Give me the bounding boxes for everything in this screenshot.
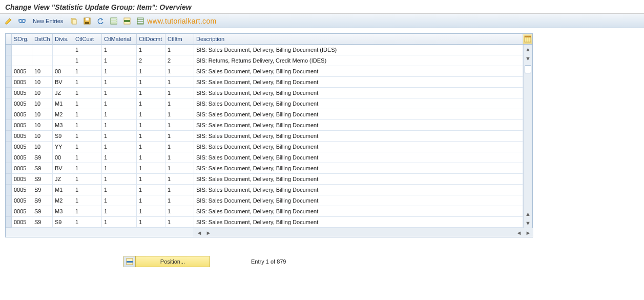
- cell-ctlitm[interactable]: 1: [165, 77, 194, 88]
- cell-description[interactable]: SIS: Sales Document, Delivery, Billing D…: [194, 120, 523, 131]
- cell-ctlcust[interactable]: 1: [73, 195, 102, 206]
- cell-dstch[interactable]: S9: [32, 195, 53, 206]
- cell-ctlcust[interactable]: 1: [73, 55, 102, 66]
- row-select-header[interactable]: [6, 34, 12, 45]
- cell-sorg[interactable]: 0005: [12, 152, 32, 163]
- cell-ctldocmt[interactable]: 1: [137, 185, 165, 195]
- cell-description[interactable]: SIS: Sales Document, Delivery, Billing D…: [194, 88, 523, 98]
- cell-ctlmaterial[interactable]: 1: [102, 109, 137, 120]
- cell-ctlmaterial[interactable]: 1: [102, 120, 137, 131]
- cell-divis[interactable]: M2: [53, 109, 73, 120]
- cell-ctlitm[interactable]: 1: [165, 45, 194, 55]
- new-entries-button[interactable]: New Entries: [30, 18, 66, 24]
- scroll-right-icon[interactable]: ►: [524, 229, 532, 236]
- cell-ctldocmt[interactable]: 1: [137, 88, 165, 98]
- cell-ctlmaterial[interactable]: 1: [102, 217, 137, 228]
- row-selector[interactable]: [6, 109, 12, 120]
- toggle-display-change-icon[interactable]: [3, 15, 14, 27]
- cell-dstch[interactable]: S9: [32, 206, 53, 217]
- cell-description[interactable]: SIS: Sales Document, Delivery, Billing D…: [194, 195, 523, 206]
- cell-ctlmaterial[interactable]: 1: [102, 55, 137, 66]
- cell-sorg[interactable]: 0005: [12, 163, 32, 174]
- cell-ctlmaterial[interactable]: 1: [102, 185, 137, 195]
- col-header-description[interactable]: Description: [194, 34, 523, 45]
- cell-divis[interactable]: [53, 45, 73, 55]
- cell-ctlitm[interactable]: 1: [165, 152, 194, 163]
- cell-dstch[interactable]: 10: [32, 142, 53, 152]
- cell-divis[interactable]: M3: [53, 206, 73, 217]
- cell-ctlcust[interactable]: 1: [73, 174, 102, 185]
- col-header-ctlcust[interactable]: CtlCust: [73, 34, 102, 45]
- cell-dstch[interactable]: 10: [32, 77, 53, 88]
- cell-ctlcust[interactable]: 1: [73, 45, 102, 55]
- cell-dstch[interactable]: [32, 45, 53, 55]
- select-block-icon[interactable]: [121, 15, 133, 27]
- cell-ctlmaterial[interactable]: 1: [102, 174, 137, 185]
- cell-divis[interactable]: S9: [53, 131, 73, 142]
- cell-sorg[interactable]: 0005: [12, 206, 32, 217]
- cell-ctlitm[interactable]: 1: [165, 131, 194, 142]
- cell-ctldocmt[interactable]: 2: [137, 55, 165, 66]
- cell-divis[interactable]: M3: [53, 120, 73, 131]
- cell-dstch[interactable]: S9: [32, 152, 53, 163]
- cell-dstch[interactable]: 10: [32, 109, 53, 120]
- cell-ctlitm[interactable]: 1: [165, 120, 194, 131]
- cell-dstch[interactable]: S9: [32, 163, 53, 174]
- cell-ctlcust[interactable]: 1: [73, 109, 102, 120]
- cell-sorg[interactable]: 0005: [12, 98, 32, 109]
- table-settings-icon[interactable]: [523, 34, 532, 45]
- cell-dstch[interactable]: 10: [32, 120, 53, 131]
- row-selector[interactable]: [6, 120, 12, 131]
- col-header-divis[interactable]: Divis.: [53, 34, 73, 45]
- row-selector[interactable]: [6, 174, 12, 185]
- row-selector[interactable]: [6, 55, 12, 66]
- cell-ctldocmt[interactable]: 1: [137, 163, 165, 174]
- cell-ctldocmt[interactable]: 1: [137, 206, 165, 217]
- cell-ctlmaterial[interactable]: 1: [102, 45, 137, 55]
- position-button[interactable]: Position...: [123, 256, 210, 267]
- cell-divis[interactable]: JZ: [53, 88, 73, 98]
- cell-divis[interactable]: [53, 55, 73, 66]
- scroll-right-icon[interactable]: ►: [204, 229, 213, 236]
- scroll-left-icon[interactable]: ◄: [195, 229, 203, 236]
- cell-ctldocmt[interactable]: 1: [137, 152, 165, 163]
- cell-divis[interactable]: M1: [53, 98, 73, 109]
- other-view-icon[interactable]: [16, 15, 28, 27]
- cell-ctlmaterial[interactable]: 1: [102, 206, 137, 217]
- scroll-down-icon[interactable]: ▼: [524, 218, 532, 228]
- row-selector[interactable]: [6, 77, 12, 88]
- cell-ctlitm[interactable]: 1: [165, 174, 194, 185]
- cell-divis[interactable]: BV: [53, 77, 73, 88]
- cell-ctlmaterial[interactable]: 1: [102, 66, 137, 77]
- cell-description[interactable]: SIS: Sales Document, Delivery, Billing D…: [194, 66, 523, 77]
- cell-sorg[interactable]: 0005: [12, 77, 32, 88]
- cell-ctlmaterial[interactable]: 1: [102, 195, 137, 206]
- cell-ctlcust[interactable]: 1: [73, 77, 102, 88]
- cell-description[interactable]: SIS: Sales Document, Delivery, Billing D…: [194, 206, 523, 217]
- cell-ctlitm[interactable]: 1: [165, 185, 194, 195]
- select-all-icon[interactable]: [108, 15, 119, 27]
- cell-ctlcust[interactable]: 1: [73, 120, 102, 131]
- cell-ctlcust[interactable]: 1: [73, 206, 102, 217]
- deselect-all-icon[interactable]: [135, 15, 146, 27]
- cell-ctlitm[interactable]: 1: [165, 163, 194, 174]
- cell-ctldocmt[interactable]: 1: [137, 77, 165, 88]
- cell-sorg[interactable]: 0005: [12, 66, 32, 77]
- cell-ctlitm[interactable]: 1: [165, 66, 194, 77]
- scroll-up-icon[interactable]: ▲: [524, 45, 532, 54]
- cell-description[interactable]: SIS: Sales Document, Delivery, Billing D…: [194, 163, 523, 174]
- col-header-sorg[interactable]: SOrg.: [12, 34, 32, 45]
- cell-dstch[interactable]: S9: [32, 185, 53, 195]
- cell-divis[interactable]: BV: [53, 163, 73, 174]
- row-selector[interactable]: [6, 98, 12, 109]
- vertical-scrollbar[interactable]: ▲▼▲▼: [523, 45, 532, 228]
- cell-divis[interactable]: YY: [53, 142, 73, 152]
- cell-sorg[interactable]: 0005: [12, 195, 32, 206]
- cell-description[interactable]: SIS: Sales Document, Delivery, Billing D…: [194, 109, 523, 120]
- cell-sorg[interactable]: 0005: [12, 142, 32, 152]
- cell-description[interactable]: SIS: Sales Document, Delivery, Billing D…: [194, 142, 523, 152]
- cell-sorg[interactable]: 0005: [12, 120, 32, 131]
- cell-ctldocmt[interactable]: 1: [137, 109, 165, 120]
- col-header-dstch[interactable]: DstCh: [32, 34, 53, 45]
- row-selector[interactable]: [6, 131, 12, 142]
